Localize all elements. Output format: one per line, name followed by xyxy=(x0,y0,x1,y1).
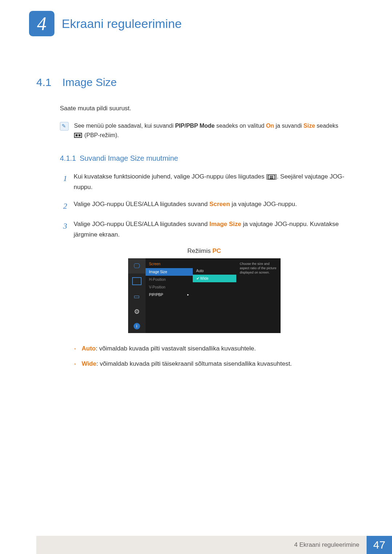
osd-options: Auto ✔Wide xyxy=(193,258,236,333)
step-item: 1 Kui kuvatakse funktsioonide juhend, va… xyxy=(60,172,348,193)
mode-label: Režiimis PC xyxy=(60,247,348,255)
step-highlight: Image Size xyxy=(209,221,241,227)
check-icon: ✔ xyxy=(196,276,199,280)
chapter-title: Ekraani reguleerimine xyxy=(62,17,182,31)
mode-label-prefix: Režiimis xyxy=(187,247,212,254)
osd-option: ✔Wide xyxy=(193,275,236,282)
footer-text: 4 Ekraani reguleerimine xyxy=(36,536,367,554)
subsection-number: 4.1.1 xyxy=(60,154,76,162)
step-item: 3 Valige JOG-nuppu ÜLES/ALLA liigutades … xyxy=(60,219,348,240)
section-number: 4.1 xyxy=(36,76,52,88)
note-part: (PBP-režiim). xyxy=(83,132,119,138)
note-pip-mode: PIP/PBP Mode xyxy=(175,123,215,129)
step-number: 2 xyxy=(60,199,67,213)
bullet-text: : võimaldab kuvada pilti vastavalt sisen… xyxy=(96,345,256,352)
steps-list: 1 Kui kuvatakse funktsioonide juhend, va… xyxy=(60,172,348,240)
osd-option-label: Wide xyxy=(200,276,209,280)
bullet-item: Auto: võimaldab kuvada pilti vastavalt s… xyxy=(74,344,348,353)
osd-help-text: Choose the size and aspect ratio of the … xyxy=(236,258,281,333)
section-name: Image Size xyxy=(62,76,117,88)
pip-icon: ▭ xyxy=(128,289,146,304)
note-part: seadeks on valitud xyxy=(215,123,266,129)
step-part: Valige JOG-nuppu ÜLES/ALLA liigutades su… xyxy=(74,201,209,208)
note-on: On xyxy=(266,123,274,129)
step-item: 2 Valige JOG-nuppu ÜLES/ALLA liigutades … xyxy=(60,199,348,213)
subsection-name: Suvandi Image Size muutmine xyxy=(79,154,178,162)
step-text: Valige JOG-nuppu ÜLES/ALLA liigutades su… xyxy=(74,199,297,213)
pbp-icon xyxy=(74,133,82,138)
osd-menu-label: PIP/PBP xyxy=(149,293,163,297)
section-title: 4.1Image Size xyxy=(36,76,363,89)
osd-menu-header: Screen xyxy=(146,260,193,268)
osd-menu-item: PIP/PBP▸ xyxy=(146,291,193,299)
content-area: Saate muuta pildi suurust. See menüü pol… xyxy=(60,105,348,368)
info-icon: i xyxy=(134,323,140,329)
chevron-right-icon: ▸ xyxy=(187,293,189,296)
osd-screenshot: 🖵 ▭ ⚙ i Screen Image Size H-Position V-P… xyxy=(128,258,281,333)
note-part: seadeks xyxy=(315,123,338,129)
intro-text: Saate muuta pildi suurust. xyxy=(60,105,348,112)
step-number: 1 xyxy=(60,172,67,193)
chapter-number-badge: 4 xyxy=(29,11,54,36)
monitor-icon: 🖵 xyxy=(128,258,146,274)
step-text: Kui kuvatakse funktsioonide juhend, vali… xyxy=(74,172,348,193)
step-highlight: Screen xyxy=(209,201,230,208)
chapter-header: 4 Ekraani reguleerimine xyxy=(29,11,363,36)
osd-option: Auto xyxy=(193,267,236,275)
step-text: Valige JOG-nuppu ÜLES/ALLA liigutades su… xyxy=(74,219,348,240)
bullet-highlight: Auto xyxy=(82,345,96,352)
step-part: Valige JOG-nuppu ÜLES/ALLA liigutades su… xyxy=(74,221,209,227)
subsection-title: 4.1.1Suvandi Image Size muutmine xyxy=(60,154,348,163)
note-icon xyxy=(60,122,69,131)
osd-menu: Screen Image Size H-Position V-Position … xyxy=(146,258,193,333)
step-part: Kui kuvatakse funktsioonide juhend, vali… xyxy=(74,173,268,180)
bullet-list: Auto: võimaldab kuvada pilti vastavalt s… xyxy=(74,344,348,368)
osd-menu-item: Image Size xyxy=(146,268,193,276)
note-part: ja suvandi xyxy=(274,123,303,129)
position-icon xyxy=(128,274,146,289)
document-page: 4 Ekraani reguleerimine 4.1Image Size Sa… xyxy=(0,0,392,554)
gear-icon: ⚙ xyxy=(128,304,146,319)
note-size: Size xyxy=(303,123,315,129)
note-part: See menüü pole saadaval, kui suvandi xyxy=(74,123,175,129)
bullet-highlight: Wide xyxy=(82,360,96,367)
page-footer: 4 Ekraani reguleerimine 47 xyxy=(0,536,392,554)
menu-icon xyxy=(268,175,275,180)
osd-menu-item: V-Position xyxy=(146,283,193,291)
osd-menu-item: H-Position xyxy=(146,276,193,283)
step-part: ja vajutage JOG-nuppu. xyxy=(230,201,297,208)
mode-label-hl: PC xyxy=(212,247,221,254)
note-text: See menüü pole saadaval, kui suvandi PIP… xyxy=(74,121,348,140)
note-block: See menüü pole saadaval, kui suvandi PIP… xyxy=(60,121,348,140)
bullet-text: : võimaldab kuvada pilti täisekraanil sõ… xyxy=(96,360,292,367)
step-number: 3 xyxy=(60,219,67,240)
bullet-item: Wide: võimaldab kuvada pilti täisekraani… xyxy=(74,359,348,369)
osd-sidebar: 🖵 ▭ ⚙ i xyxy=(128,258,146,333)
page-number: 47 xyxy=(367,536,392,554)
